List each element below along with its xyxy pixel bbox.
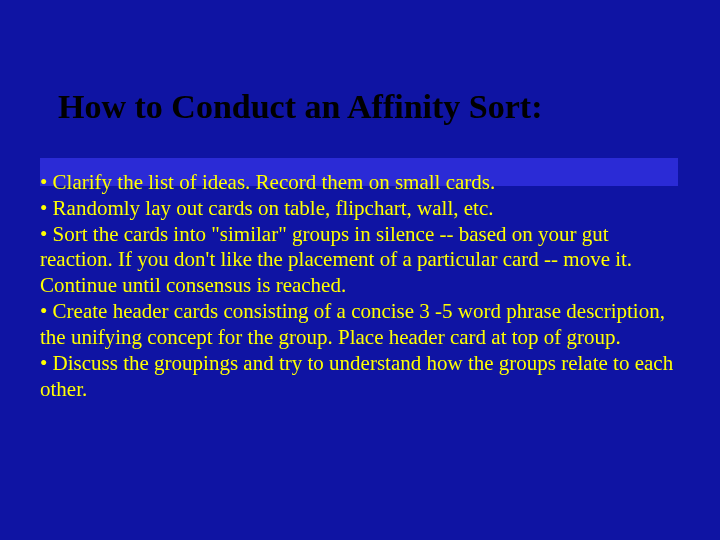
body-text: • Clarify the list of ideas. Record them…	[40, 170, 680, 402]
slide: How to Conduct an Affinity Sort: • Clari…	[0, 0, 720, 540]
bullet-item: • Discuss the groupings and try to under…	[40, 351, 680, 403]
page-title: How to Conduct an Affinity Sort:	[58, 88, 680, 126]
bullet-item: • Randomly lay out cards on table, flipc…	[40, 196, 680, 222]
bullet-item: • Create header cards consisting of a co…	[40, 299, 680, 351]
bullet-item: • Sort the cards into "similar" groups i…	[40, 222, 680, 299]
bullet-item: • Clarify the list of ideas. Record them…	[40, 170, 680, 196]
